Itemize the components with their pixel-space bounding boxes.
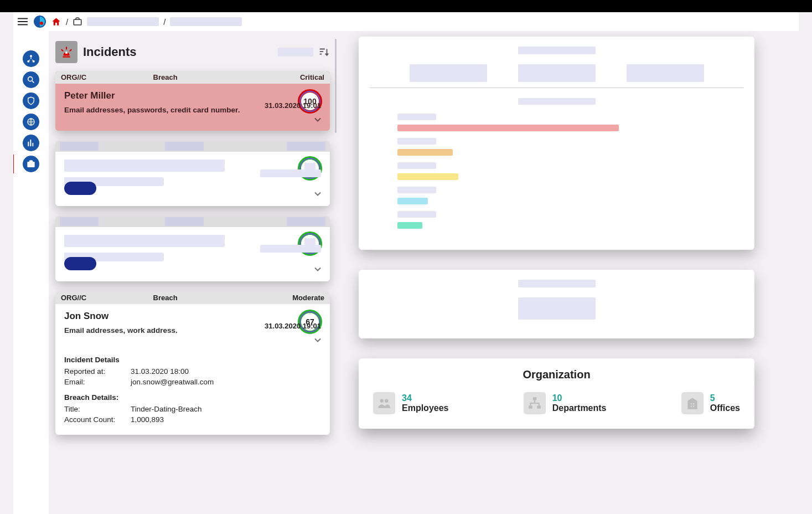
nav-incidents-icon[interactable] [23, 156, 39, 172]
svg-rect-18 [693, 405, 694, 407]
org-employees[interactable]: 34 Employees [373, 392, 448, 414]
svg-rect-13 [529, 405, 532, 408]
incident-card-critical[interactable]: ORG//C Breach Critical Peter Miller Emai… [55, 71, 330, 131]
incident-card-skeleton[interactable] [55, 141, 330, 206]
window-frame-top [0, 0, 812, 12]
sitemap-icon [524, 392, 546, 414]
svg-rect-12 [532, 397, 536, 400]
svg-point-6 [28, 77, 33, 81]
users-icon [373, 392, 395, 414]
status-pill [64, 257, 96, 270]
detail-panel-2 [359, 270, 754, 338]
menu-icon[interactable] [17, 16, 29, 28]
org-offices[interactable]: 5 Offices [681, 392, 740, 414]
svg-point-9 [65, 52, 68, 54]
incident-timestamp: 31.03.2020 19:01 [265, 101, 321, 110]
nav-network-icon[interactable] [23, 50, 39, 67]
incident-details: Incident Details Reported at:31.03.2020 … [55, 356, 330, 435]
panel-title-placeholder [518, 47, 596, 54]
siren-icon [55, 41, 77, 63]
topbar: / / [13, 12, 799, 31]
incident-severity: Critical [245, 73, 324, 81]
incident-timestamp: 31.03.2020 19:01 [265, 322, 321, 330]
incident-severity: Moderate [245, 294, 324, 302]
nav-globe-icon[interactable] [23, 114, 39, 130]
svg-point-5 [30, 55, 32, 57]
incident-card-moderate[interactable]: ORG//C Breach Moderate Jon Snow Email ad… [55, 291, 330, 435]
svg-rect-16 [693, 403, 694, 404]
app-logo-icon[interactable] [33, 15, 46, 28]
nav-search-icon[interactable] [23, 71, 39, 88]
detail-panel-1 [359, 37, 754, 250]
incident-tag: ORG//C [61, 294, 153, 302]
building-icon [681, 392, 704, 414]
breadcrumb-placeholder-2 [170, 17, 242, 26]
sort-placeholder [278, 48, 313, 56]
incident-type: Breach [153, 294, 246, 302]
svg-rect-8 [28, 162, 34, 167]
svg-point-10 [380, 399, 384, 403]
chevron-down-icon[interactable] [312, 335, 323, 348]
incident-type: Breach [153, 73, 246, 81]
incident-person-name: Peter Miller [64, 90, 321, 101]
briefcase-icon[interactable] [73, 17, 82, 27]
svg-rect-2 [74, 19, 81, 25]
svg-rect-14 [537, 405, 541, 408]
panel-title-placeholder [518, 280, 596, 287]
svg-point-11 [385, 399, 389, 403]
status-pill [64, 182, 96, 195]
svg-rect-17 [690, 405, 691, 407]
sort-icon[interactable] [318, 46, 330, 58]
svg-point-1 [40, 22, 43, 25]
chevron-down-icon[interactable] [312, 188, 323, 202]
incident-tag: ORG//C [61, 73, 153, 81]
home-icon[interactable] [51, 17, 61, 27]
nav-chart-icon[interactable] [23, 135, 39, 151]
chevron-down-icon[interactable] [312, 114, 323, 127]
org-departments[interactable]: 10 Departments [524, 392, 607, 414]
svg-rect-15 [690, 403, 691, 404]
incidents-header: Incidents [55, 41, 330, 63]
incident-card-skeleton[interactable] [55, 216, 330, 281]
organization-panel: Organization 34 Employees [359, 358, 754, 429]
nav-shield-icon[interactable] [23, 92, 39, 109]
chevron-down-icon[interactable] [312, 264, 323, 277]
breadcrumb-placeholder-1 [87, 17, 159, 26]
nav-rail [13, 31, 49, 514]
incident-person-name: Jon Snow [64, 311, 321, 322]
page-title: Incidents [83, 45, 137, 59]
organization-title: Organization [373, 368, 740, 381]
